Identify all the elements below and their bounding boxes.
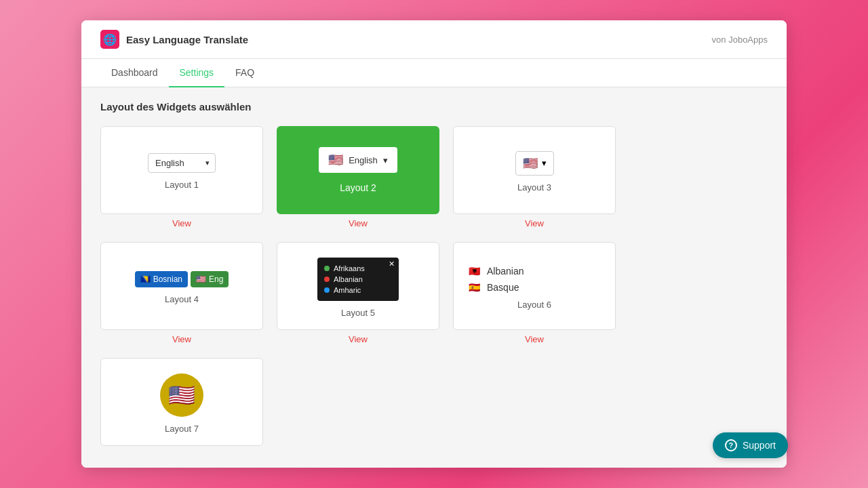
layout5-close: ✕ [389, 260, 395, 268]
layout2-arrow: ▾ [383, 155, 388, 165]
layout1-value: English [155, 158, 184, 168]
layout-1-cell: English Layout 1 View [100, 126, 263, 228]
app-title: Easy Language Translate [126, 34, 248, 45]
layout-2-card[interactable]: 🇺🇸 English ▾ Layout 2 [277, 126, 439, 214]
layout-7-cell: 🇺🇸 Layout 7 [100, 358, 263, 446]
layout5-dot-3 [324, 287, 330, 293]
layout-1-label: Layout 1 [165, 180, 199, 190]
layout-5-view[interactable]: View [349, 334, 368, 344]
layout4-lang1[interactable]: 🇧🇦 Bosnian [135, 271, 188, 287]
layout-5-label: Layout 5 [341, 308, 375, 318]
layout6-flag-2: 🇪🇸 [469, 282, 480, 293]
layout5-item-2: Albanian [324, 274, 392, 285]
layout6-list: 🇦🇱 Albanian 🇪🇸 Basque [462, 266, 607, 293]
layout4-flag1: 🇧🇦 [140, 274, 151, 284]
app-icon: 🌐 [100, 30, 119, 49]
layout4-label1: Bosnian [153, 274, 182, 284]
layout-5-cell: ✕ Afrikaans Albanian Amharic [277, 242, 439, 344]
layout6-row-1: 🇦🇱 Albanian [469, 266, 600, 277]
support-button[interactable]: ? Support [713, 432, 788, 458]
layout-4-card[interactable]: 🇧🇦 Bosnian 🇺🇸 Eng Layout 4 [100, 242, 263, 330]
layout5-lang-3: Amharic [334, 286, 361, 294]
section-title: Layout des Widgets auswählen [100, 101, 768, 113]
nav-settings[interactable]: Settings [169, 59, 225, 87]
app-window: 🌐 Easy Language Translate von JoboApps D… [81, 20, 787, 468]
layout-6-card[interactable]: 🇦🇱 Albanian 🇪🇸 Basque Layout 6 [453, 242, 616, 330]
layout7-circle: 🇺🇸 [160, 373, 203, 417]
layout2-language: English [349, 155, 378, 165]
layout-2-label: Layout 2 [340, 182, 376, 193]
layout2-flag: 🇺🇸 [328, 152, 343, 167]
layout6-row-2: 🇪🇸 Basque [469, 282, 600, 293]
layout-4-cell: 🇧🇦 Bosnian 🇺🇸 Eng Layout 4 View [100, 242, 263, 344]
layout-6-view[interactable]: View [525, 334, 544, 344]
layout4-label2: Eng [209, 274, 223, 284]
header: 🌐 Easy Language Translate von JoboApps [81, 20, 787, 59]
layout-4-view[interactable]: View [172, 334, 191, 344]
layout5-dot-1 [324, 266, 330, 271]
nav: Dashboard Settings FAQ [81, 59, 787, 87]
layout3-flag-btn[interactable]: 🇺🇸 ▾ [515, 151, 554, 176]
layout5-lang-2: Albanian [334, 275, 363, 283]
layout5-popup: ✕ Afrikaans Albanian Amharic [317, 258, 399, 301]
layout-1-view[interactable]: View [172, 218, 191, 228]
layout-7-card[interactable]: 🇺🇸 Layout 7 [100, 358, 263, 446]
layout-3-label: Layout 3 [517, 182, 551, 192]
layout6-flag-1: 🇦🇱 [469, 266, 480, 277]
layout-3-cell: 🇺🇸 ▾ Layout 3 View [453, 126, 616, 228]
layout-4-label: Layout 4 [165, 294, 199, 304]
layout6-name-2: Basque [487, 282, 519, 293]
layout-3-view[interactable]: View [525, 218, 544, 228]
layout-7-label: Layout 7 [165, 424, 199, 434]
layout5-item-1: Afrikaans [324, 263, 392, 274]
layout1-dropdown[interactable]: English [148, 153, 216, 173]
layout3-flag: 🇺🇸 [523, 156, 538, 171]
layout-2-view[interactable]: View [349, 218, 368, 228]
layout-5-card[interactable]: ✕ Afrikaans Albanian Amharic [277, 242, 439, 330]
layout-2-cell: 🇺🇸 English ▾ Layout 2 View [277, 126, 439, 228]
app-byline: von JoboApps [712, 35, 768, 45]
layout4-lang2[interactable]: 🇺🇸 Eng [191, 271, 229, 287]
header-left: 🌐 Easy Language Translate [100, 30, 248, 49]
content-area: Layout des Widgets auswählen English Lay… [81, 87, 787, 468]
layout3-arrow: ▾ [542, 158, 547, 168]
layout-6-cell: 🇦🇱 Albanian 🇪🇸 Basque Layout 6 View [453, 242, 616, 344]
layout2-inner: 🇺🇸 English ▾ [319, 147, 397, 173]
support-label: Support [743, 440, 776, 451]
nav-faq[interactable]: FAQ [224, 59, 265, 87]
layout-6-label: Layout 6 [517, 300, 551, 310]
layouts-grid: English Layout 1 View 🇺🇸 English ▾ Layou… [100, 126, 616, 446]
layout-1-card[interactable]: English Layout 1 [100, 126, 263, 214]
layout4-tabs: 🇧🇦 Bosnian 🇺🇸 Eng [135, 271, 229, 287]
layout5-lang-1: Afrikaans [334, 264, 365, 272]
nav-dashboard[interactable]: Dashboard [100, 59, 169, 87]
layout-3-card[interactable]: 🇺🇸 ▾ Layout 3 [453, 126, 616, 214]
layout5-dot-2 [324, 277, 330, 282]
support-icon: ? [725, 439, 737, 451]
layout6-name-1: Albanian [487, 266, 524, 277]
layout5-item-3: Amharic [324, 285, 392, 296]
layout4-flag2: 🇺🇸 [196, 274, 206, 284]
